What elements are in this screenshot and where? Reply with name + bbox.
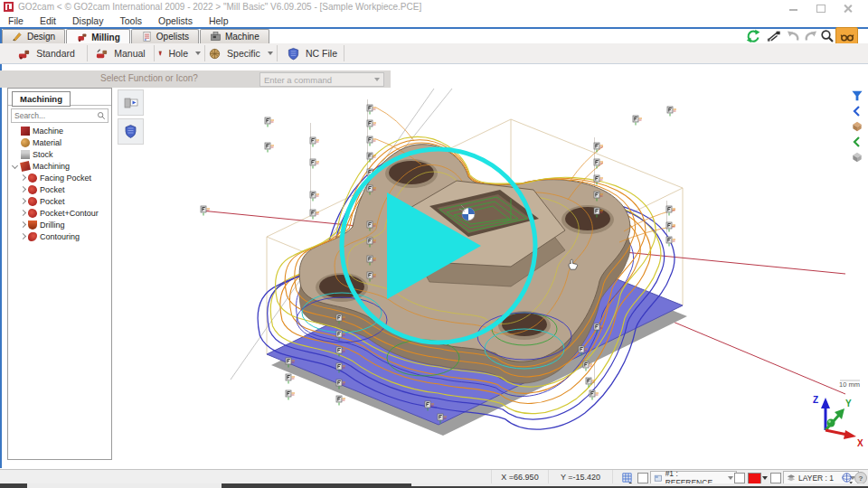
drilling-icon — [28, 221, 37, 230]
machining-tree: Machine Material Stock Machining Facing … — [8, 125, 111, 242]
color-checkbox[interactable] — [734, 473, 745, 483]
simulation-icon — [123, 95, 138, 110]
layer-checkbox[interactable] — [770, 473, 781, 483]
tree-item-stock[interactable]: Stock — [8, 148, 111, 160]
layer-icon — [787, 474, 796, 483]
search-box[interactable] — [11, 108, 108, 123]
axis-triad: 10 mm Z Y X — [800, 378, 867, 448]
tree-item-material[interactable]: Material — [8, 136, 111, 148]
expander-icon[interactable] — [19, 198, 26, 205]
menu-tools[interactable]: Tools — [111, 15, 150, 26]
grid-icon[interactable] — [618, 471, 635, 483]
reference-plane-icon — [654, 474, 663, 483]
menu-opelists[interactable]: Opelists — [150, 15, 201, 26]
tree-item-facing-pocket[interactable]: Facing Pocket — [8, 172, 111, 183]
help-icon[interactable]: ? — [854, 472, 867, 484]
caliper-icon[interactable] — [764, 28, 784, 44]
scale-label: 10 mm — [839, 380, 860, 389]
sync-icon[interactable] — [745, 28, 761, 44]
undo-icon[interactable] — [785, 28, 801, 44]
tab-machining-panel[interactable]: Machining — [12, 91, 71, 107]
stock-solid-icon[interactable] — [850, 150, 864, 164]
reference-combobox[interactable]: #1 : REFERENCE — [650, 471, 737, 484]
contouring-icon — [28, 232, 37, 241]
reference-checkbox[interactable] — [637, 473, 648, 483]
tab-opelists[interactable]: Opelists — [131, 29, 199, 43]
hole-icon — [157, 47, 163, 61]
menu-file[interactable]: File — [0, 15, 32, 26]
toolbar-specific-button[interactable]: Specific — [208, 43, 273, 63]
prev-blue-icon[interactable] — [850, 104, 864, 117]
toolbar-standard-button[interactable]: Standard — [7, 43, 85, 63]
axis-x-label: X — [857, 438, 863, 448]
tree-item-drilling[interactable]: Drilling — [8, 219, 111, 230]
tab-design[interactable]: Design — [2, 29, 65, 43]
specific-dropdown-caret[interactable] — [268, 52, 273, 55]
tree-item-pocket-contour[interactable]: Pocket+Contour — [8, 207, 111, 219]
ribbon-toolbar: Standard Manual Hole Specific NC File — [0, 43, 868, 64]
tree-item-contouring[interactable]: Contouring — [8, 230, 111, 242]
part-solid-icon[interactable] — [850, 119, 864, 133]
ribbon-tabs: Design Milling Opelists Machine — [2, 29, 270, 43]
strategy-shield-button[interactable] — [118, 118, 144, 145]
shield-icon — [123, 124, 138, 139]
search-input[interactable] — [12, 111, 97, 120]
machine-icon — [21, 127, 30, 136]
simulation-button[interactable] — [118, 89, 144, 116]
statusbar: X =66.950 Y =-15.420 #1 : REFERENCE LAYE… — [0, 469, 868, 484]
manual-icon — [95, 47, 108, 61]
expander-icon[interactable] — [19, 186, 26, 193]
tree-item-pocket-2[interactable]: Pocket — [8, 195, 111, 207]
go2cam-logo — [4, 2, 14, 12]
axis-y-label: Y — [845, 399, 852, 408]
pocket-contour-icon — [28, 209, 37, 218]
toolbar-ncfile-button[interactable]: NC File — [280, 43, 344, 63]
prompt-question: Select Function or Icon? — [0, 73, 298, 83]
coord-y: Y =-15.420 — [548, 470, 613, 484]
search-icon — [97, 111, 106, 120]
machining-icon — [20, 161, 31, 172]
tree-item-pocket-1[interactable]: Pocket — [8, 183, 111, 195]
color-dropdown-caret[interactable] — [762, 476, 768, 480]
prev-green-icon[interactable] — [850, 135, 864, 148]
specific-icon — [208, 47, 222, 61]
opelists-tab-icon — [141, 31, 153, 42]
material-icon — [21, 138, 30, 147]
filter-icon[interactable] — [850, 89, 864, 102]
expander-icon[interactable] — [19, 233, 26, 240]
window-title: GO2cam < © GO2cam International 2009 - 2… — [18, 2, 421, 12]
tab-milling[interactable]: Milling — [66, 29, 130, 44]
expander-open-icon[interactable] — [12, 163, 19, 170]
hole-dropdown-caret[interactable] — [195, 52, 201, 55]
command-combobox[interactable]: Enter a command — [259, 72, 384, 87]
machining-panel: Machining Machine Material Stock Machini… — [7, 88, 112, 460]
pocket-icon — [28, 197, 37, 206]
toolbar-hole-button[interactable]: Hole — [157, 43, 201, 63]
menu-help[interactable]: Help — [201, 15, 237, 26]
menu-display[interactable]: Display — [64, 15, 111, 26]
redo-icon[interactable] — [803, 28, 819, 44]
left-accent-edge — [0, 29, 2, 468]
stock-icon — [21, 150, 30, 159]
standard-icon — [17, 47, 31, 61]
zoom-icon[interactable] — [819, 28, 835, 44]
ncfile-icon — [287, 47, 300, 61]
expander-icon[interactable] — [19, 174, 26, 182]
menu-edit[interactable]: Edit — [32, 15, 64, 26]
prompt-bar: Select Function or Icon? Enter a command — [0, 70, 391, 88]
maximize-icon[interactable] — [812, 4, 830, 13]
expander-icon[interactable] — [19, 210, 26, 217]
coord-x: X =66.950 — [491, 470, 549, 484]
tab-machine[interactable]: Machine — [200, 29, 269, 43]
toolbar-manual-button[interactable]: Manual — [90, 43, 150, 63]
minimize-icon[interactable] — [785, 4, 803, 13]
machine-tab-icon — [210, 31, 222, 42]
tree-item-machine[interactable]: Machine — [8, 125, 111, 136]
expander-icon[interactable] — [19, 221, 26, 229]
viewport-3d-scene[interactable] — [113, 87, 847, 468]
world-icon[interactable] — [839, 471, 854, 483]
tree-item-machining[interactable]: Machining — [8, 160, 111, 172]
right-toolbar — [848, 89, 866, 164]
close-icon[interactable] — [839, 4, 857, 13]
axis-z-label: Z — [813, 395, 818, 405]
